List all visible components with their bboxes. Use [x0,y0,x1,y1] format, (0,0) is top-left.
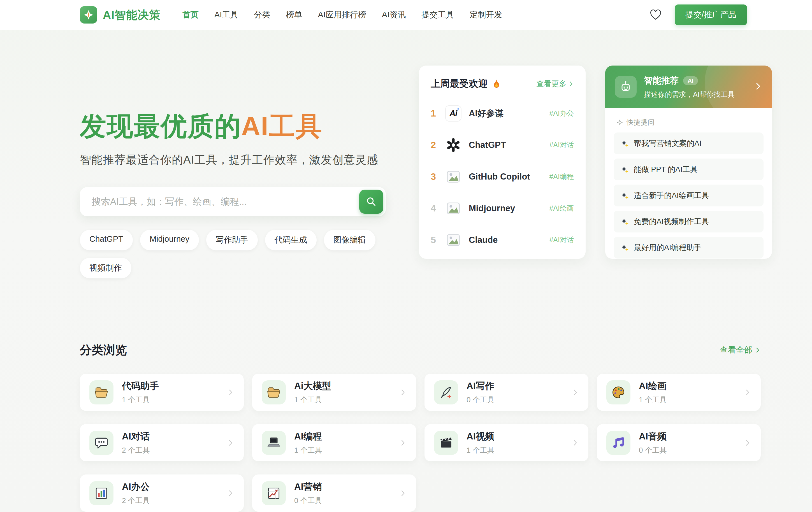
sparkles-icon [621,165,629,173]
rank-number: 3 [431,171,443,182]
chat-bubble-icon [89,431,114,455]
search-bar [80,187,386,216]
category-name: AI绘画 [639,380,667,392]
tag-video-production[interactable]: 视频制作 [80,258,132,278]
tag-midjourney[interactable]: Midjourney [140,230,199,250]
logo[interactable]: AI智能决策 [80,6,161,24]
category-count: 1 个工具 [122,395,159,405]
heart-icon[interactable] [649,9,662,21]
image-placeholder-icon [445,232,462,248]
category-name: AI写作 [466,380,495,392]
category-count: 0 个工具 [466,395,495,405]
nav-item-custom-dev[interactable]: 定制开发 [470,9,502,21]
search-button[interactable] [359,190,383,214]
rank-number: 1 [431,108,443,119]
nav-item-app-leaderboard[interactable]: AI应用排行榜 [318,9,366,21]
rank-number: 2 [431,140,443,150]
tag-code-generation[interactable]: 代码生成 [265,230,317,250]
magnifier-icon [366,196,377,207]
rank-number: 5 [431,235,443,245]
popular-item-5[interactable]: 5 Claude #AI对话 [431,224,574,256]
popular-title-row: 上周最受欢迎 [431,77,501,90]
category-card-ai-audio[interactable]: AI音频 0 个工具 [597,424,761,461]
assistant-subtitle: 描述你的需求，AI帮你找工具 [644,90,735,99]
tool-tag: #AI编程 [549,172,574,181]
assistant-title: 智能推荐 [644,75,678,87]
nav-item-ai-tools[interactable]: AI工具 [214,9,238,21]
tool-tag: #AI绘画 [549,204,574,213]
quick-question-3[interactable]: 适合新手的AI绘画工具 [614,185,763,206]
assistant-header-card[interactable]: 智能推荐 AI 描述你的需求，AI帮你找工具 [605,65,772,108]
popular-list: 1 Ai AI好参谋 #AI办公 2 [431,97,574,256]
category-count: 2 个工具 [122,496,150,506]
page-subtitle: 智能推荐最适合你的AI工具，提升工作效率，激发创意灵感 [80,152,399,168]
quick-question-1[interactable]: 帮我写营销文案的AI [614,132,763,154]
categories-title: 分类浏览 [80,342,127,358]
page-title-green: 发现最优质的 [80,112,241,141]
nav-item-rankings[interactable]: 榜单 [286,9,302,21]
music-notes-icon [606,431,631,455]
popular-more-link[interactable]: 查看更多 [536,79,574,89]
chevron-right-icon [399,490,407,497]
rank-number: 4 [431,203,443,214]
hero-left: 发现最优质的AI工具 智能推荐最适合你的AI工具，提升工作效率，激发创意灵感 C… [80,65,399,278]
folder-icon [89,380,114,404]
quick-questions-text: 快捷提问 [627,118,655,127]
line-chart-icon [262,481,286,505]
tag-chatgpt[interactable]: ChatGPT [80,230,133,250]
popular-item-3[interactable]: 3 GitHub Copilot #AI编程 [431,161,574,192]
nav-item-categories[interactable]: 分类 [254,9,270,21]
submit-product-button[interactable]: 提交/推广产品 [675,4,747,25]
view-all-link[interactable]: 查看全部 [720,344,761,356]
category-count: 2 个工具 [122,445,150,455]
category-card-code-assistant[interactable]: 代码助手 1 个工具 [80,374,244,411]
palette-icon [606,380,631,404]
view-all-label: 查看全部 [720,344,752,356]
category-name: AI编程 [294,430,322,443]
category-card-ai-office[interactable]: AI办公 2 个工具 [80,475,244,512]
category-card-ai-marketing[interactable]: AI营销 0 个工具 [252,475,416,512]
popular-panel: 上周最受欢迎 查看更多 1 [419,65,586,259]
quick-question-4[interactable]: 免费的AI视频制作工具 [614,211,763,233]
category-card-ai-writing[interactable]: AI写作 0 个工具 [425,374,588,411]
main-nav: 首页 AI工具 分类 榜单 AI应用排行榜 AI资讯 提交工具 定制开发 [182,9,502,21]
chevron-right-icon [227,389,234,396]
tool-name: Claude [469,235,498,245]
assistant-panel: 智能推荐 AI 描述你的需求，AI帮你找工具 快捷提问 [605,65,772,259]
category-card-ai-coding[interactable]: AI编程 1 个工具 [252,424,416,461]
category-name: AI办公 [122,481,150,493]
tool-name: AI好参谋 [469,108,503,119]
page-title: 发现最优质的AI工具 [80,112,399,141]
tool-tag: #AI办公 [549,109,574,118]
category-card-ai-llm[interactable]: Ai大模型 1 个工具 [252,374,416,411]
popular-item-2[interactable]: 2 [431,129,574,161]
nav-item-home[interactable]: 首页 [182,9,199,21]
category-card-ai-drawing[interactable]: AI绘画 1 个工具 [597,374,761,411]
popular-item-1[interactable]: 1 Ai AI好参谋 #AI办公 [431,97,574,129]
chevron-right-icon [754,82,762,92]
quick-question-2[interactable]: 能做 PPT 的AI工具 [614,158,763,180]
popular-panel-head: 上周最受欢迎 查看更多 [431,77,574,90]
header: AI智能决策 首页 AI工具 分类 榜单 AI应用排行榜 AI资讯 提交工具 定… [0,0,812,30]
category-count: 0 个工具 [639,445,667,455]
nav-item-submit-tool[interactable]: 提交工具 [422,9,454,21]
search-input[interactable] [92,197,359,207]
popular-item-4[interactable]: 4 Midjourney #AI绘画 [431,192,574,224]
tool-name: GitHub Copilot [469,172,530,182]
chevron-right-icon [399,439,407,447]
category-name: AI视频 [466,430,495,443]
tag-writing-assistant[interactable]: 写作助手 [206,230,258,250]
chevron-right-icon [572,439,579,447]
quill-icon [434,380,458,404]
popular-more-label: 查看更多 [536,79,567,89]
tool-tag: #AI对话 [549,140,574,150]
quick-question-5[interactable]: 最好用的AI编程助手 [614,237,763,259]
nav-item-ai-news[interactable]: AI资讯 [382,9,406,21]
category-card-ai-video[interactable]: AI视频 1 个工具 [425,424,588,461]
category-card-ai-chat[interactable]: AI对话 2 个工具 [80,424,244,461]
popular-title: 上周最受欢迎 [431,77,488,90]
folder-icon [262,380,286,404]
chevron-right-icon [744,439,751,447]
tag-image-editing[interactable]: 图像编辑 [324,230,375,250]
ai-haocanmou-logo: Ai [445,105,462,122]
